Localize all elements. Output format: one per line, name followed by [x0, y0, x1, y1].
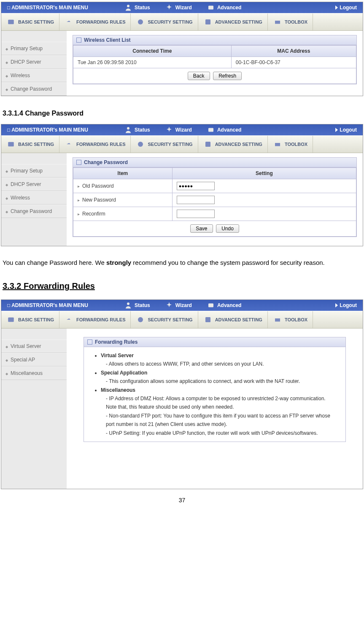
nav-advanced[interactable]: Advanced — [200, 4, 249, 11]
table-row: Tue Jan 26 09:39:58 201000-1C-BF-00-C6-3… — [73, 57, 356, 68]
main-menu-title: □ ADMINISTRATOR's MAIN MENU — [1, 127, 117, 133]
sidebar-wireless[interactable]: Wireless — [1, 69, 67, 82]
nav-wizard[interactable]: Wizard — [158, 4, 200, 11]
new-password-input[interactable] — [177, 196, 215, 204]
router-ui-screenshot-3: □ ADMINISTRATOR's MAIN MENU Status Wizar… — [1, 299, 363, 489]
sidebar: Virtual Server Special AP Miscellaneous — [1, 329, 67, 489]
password-table: ItemSetting Old Password New Password Re… — [73, 167, 356, 221]
sidebar-virtual-server[interactable]: Virtual Server — [1, 339, 67, 353]
section-heading-change-password: 3.3.1.4 Change Password — [3, 110, 364, 117]
triangle-icon — [335, 5, 338, 10]
svg-point-13 — [138, 317, 143, 322]
triangle-icon — [335, 303, 338, 307]
square-icon — [76, 38, 81, 43]
tab-forwarding-rules[interactable]: FORWARDING RULES — [59, 136, 131, 153]
cell-mac: 00-1C-BF-00-C6-37 — [231, 57, 356, 68]
tab-basic-setting[interactable]: BASIC SETTING — [1, 13, 59, 30]
svg-point-5 — [127, 127, 129, 129]
nav-logout[interactable]: Logout — [335, 302, 363, 308]
desc-virtual-server: Allows others to access WWW, FTP, and ot… — [106, 360, 337, 368]
nav-status[interactable]: Status — [117, 4, 158, 11]
button-row: Back Refresh — [73, 68, 356, 84]
svg-rect-4 — [205, 19, 210, 24]
button-row: Save Undo — [73, 221, 356, 237]
item-miscellaneous: Miscellaneous — [101, 387, 135, 393]
top-bar: □ ADMINISTRATOR's MAIN MENU Status Wizar… — [1, 124, 363, 135]
tab-basic-setting[interactable]: BASIC SETTING — [1, 311, 59, 328]
sidebar-primary-setup[interactable]: Primary Setup — [1, 164, 67, 178]
tab-bar: BASIC SETTING FORWARDING RULES SECURITY … — [1, 311, 363, 329]
nav-wizard[interactable]: Wizard — [158, 126, 200, 134]
svg-point-0 — [127, 5, 129, 7]
top-bar: □ ADMINISTRATOR's MAIN MENU Status Wizar… — [1, 300, 363, 311]
tab-toolbox[interactable]: TOOLBOX — [268, 136, 313, 153]
nav-logout[interactable]: Logout — [335, 5, 363, 11]
tab-security-setting[interactable]: SECURITY SETTING — [131, 136, 198, 153]
tab-security-setting[interactable]: SECURITY SETTING — [131, 13, 198, 30]
svg-rect-11 — [208, 304, 213, 307]
tab-toolbox[interactable]: TOOLBOX — [268, 311, 313, 328]
svg-point-3 — [138, 19, 143, 24]
sidebar-wireless[interactable]: Wireless — [1, 191, 67, 205]
panel-header: Change Password — [73, 158, 356, 167]
item-special-application: Special Application — [101, 370, 147, 376]
sidebar-miscellaneous[interactable]: Miscellaneous — [1, 366, 67, 380]
router-ui-screenshot-1: □ ADMINISTRATOR's MAIN MENU Status Wizar… — [1, 2, 363, 96]
refresh-button[interactable]: Refresh — [213, 72, 242, 80]
col-mac-address: MAC Address — [231, 46, 356, 57]
svg-rect-12 — [8, 318, 14, 322]
router-ui-screenshot-2: □ ADMINISTRATOR's MAIN MENU Status Wizar… — [1, 124, 363, 246]
save-button[interactable]: Save — [190, 224, 213, 233]
item-virtual-server: Virtual Server — [101, 353, 134, 358]
square-icon — [87, 339, 92, 345]
main-menu-title: □ ADMINISTRATOR's MAIN MENU — [1, 5, 117, 11]
sidebar-dhcp-server[interactable]: DHCP Server — [1, 178, 67, 191]
nav-advanced[interactable]: Advanced — [200, 302, 249, 309]
tab-advanced-setting[interactable]: ADVANCED SETTING — [198, 13, 268, 30]
undo-button[interactable]: Undo — [216, 224, 239, 233]
tab-bar: BASIC SETTING FORWARDING RULES SECURITY … — [1, 13, 363, 31]
paragraph-password-note: You can change Password here. We strongl… — [3, 256, 361, 269]
panel-header: Forwarding Rules — [84, 337, 345, 347]
nav-logout[interactable]: Logout — [335, 127, 363, 133]
svg-rect-6 — [208, 128, 213, 132]
table-row: Reconfirm — [73, 207, 356, 221]
nav-wizard[interactable]: Wizard — [158, 302, 200, 309]
desc-misc-ftp: Non-standard FTP port: You have to confi… — [106, 412, 337, 429]
sidebar-primary-setup[interactable]: Primary Setup — [1, 42, 67, 55]
col-item: Item — [73, 168, 173, 179]
nav-status[interactable]: Status — [117, 302, 158, 309]
sidebar: Primary Setup DHCP Server Wireless Chang… — [1, 153, 67, 246]
label-new-password: New Password — [73, 193, 173, 207]
tab-security-setting[interactable]: SECURITY SETTING — [131, 311, 198, 328]
sidebar-dhcp-server[interactable]: DHCP Server — [1, 55, 67, 69]
svg-rect-1 — [208, 6, 213, 10]
reconfirm-password-input[interactable] — [177, 210, 215, 218]
svg-rect-7 — [8, 142, 14, 147]
triangle-icon — [335, 128, 338, 132]
forwarding-rules-content: Virtual Server Allows others to access W… — [84, 347, 345, 442]
tab-basic-setting[interactable]: BASIC SETTING — [1, 136, 59, 153]
sidebar: Primary Setup DHCP Server Wireless Chang… — [1, 31, 67, 96]
svg-rect-14 — [205, 317, 210, 322]
label-reconfirm: Reconfirm — [73, 207, 173, 221]
top-bar: □ ADMINISTRATOR's MAIN MENU Status Wizar… — [1, 2, 363, 13]
sidebar-change-password[interactable]: Change Password — [1, 82, 67, 96]
nav-status[interactable]: Status — [117, 126, 158, 134]
back-button[interactable]: Back — [188, 72, 210, 80]
tab-toolbox[interactable]: TOOLBOX — [268, 13, 313, 30]
svg-point-10 — [127, 302, 129, 305]
tab-advanced-setting[interactable]: ADVANCED SETTING — [198, 136, 268, 153]
sidebar-special-ap[interactable]: Special AP — [1, 353, 67, 366]
main-menu-title: □ ADMINISTRATOR's MAIN MENU — [1, 302, 117, 308]
tab-forwarding-rules[interactable]: FORWARDING RULES — [59, 13, 131, 30]
desc-special-application: This configuration allows some applicati… — [106, 377, 337, 385]
tab-advanced-setting[interactable]: ADVANCED SETTING — [198, 311, 268, 328]
sidebar-change-password[interactable]: Change Password — [1, 205, 67, 218]
cell-time: Tue Jan 26 09:39:58 2010 — [73, 57, 232, 68]
nav-advanced[interactable]: Advanced — [200, 126, 249, 134]
old-password-input[interactable] — [177, 182, 215, 190]
tab-forwarding-rules[interactable]: FORWARDING RULES — [59, 311, 131, 328]
desc-misc-dmz: IP Address of DMZ Host: Allows a compute… — [106, 394, 337, 412]
page-number: 37 — [0, 497, 364, 504]
